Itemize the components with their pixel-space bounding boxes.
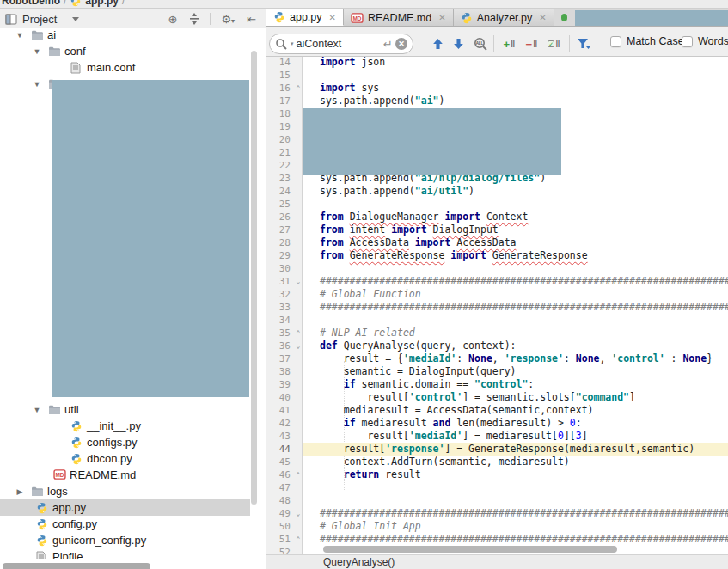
words-label: Words xyxy=(698,35,728,47)
python-icon xyxy=(36,502,49,514)
code-line-49[interactable]: 49⌄#####################################… xyxy=(266,507,728,520)
tree-item-main-conf[interactable]: main.conf xyxy=(0,59,250,76)
code-line-44[interactable]: 44 result['response'] = GenerateResponse… xyxy=(266,443,728,456)
hide-panel-icon[interactable]: ⇤ xyxy=(242,14,260,25)
code-line-31[interactable]: 31⌄#####################################… xyxy=(266,275,728,288)
fold-marker-icon[interactable]: ⌄ xyxy=(294,507,303,520)
close-tab-icon[interactable]: ✕ xyxy=(438,13,445,22)
code-line-36[interactable]: 36⌄def QueryAnalyse(query, context): xyxy=(266,340,728,352)
code-line-47[interactable]: 47 xyxy=(266,481,728,494)
add-selection-icon[interactable]: +Ⅱ xyxy=(499,34,521,54)
match-case-checkbox[interactable] xyxy=(610,36,621,47)
fold-marker-icon[interactable]: ⌄ xyxy=(294,275,303,288)
code-line-28[interactable]: 28from AccessData import AccessData xyxy=(266,236,728,249)
code-line-24[interactable]: 24sys.path.append("ai/util") xyxy=(266,185,728,198)
search-input[interactable]: ▾ aiContext ↵ ✕ xyxy=(269,34,413,54)
code-line-29[interactable]: 29from GenerateResponse import GenerateR… xyxy=(266,249,728,262)
settings-gear-icon[interactable]: ⚙▾ xyxy=(217,14,239,25)
code-line-35[interactable]: 35⌃# NLP AI related xyxy=(266,327,728,340)
expand-arrow-icon[interactable]: ▼ xyxy=(33,47,41,56)
words-checkbox[interactable] xyxy=(682,36,693,47)
tree-item-util[interactable]: ▼util xyxy=(0,401,250,418)
tree-item-conf[interactable]: ▼conf xyxy=(0,43,250,59)
previous-occurrence-icon[interactable] xyxy=(428,34,447,54)
expand-arrow-icon[interactable]: ▼ xyxy=(33,80,41,89)
collapse-arrow-icon[interactable]: ▶ xyxy=(15,487,24,496)
next-occurrence-icon[interactable] xyxy=(449,34,468,54)
code-line-30[interactable]: 30 xyxy=(266,262,728,275)
project-panel-title[interactable]: Project xyxy=(22,13,57,26)
code-line-45[interactable]: 45 context.AddTurn(semantic, mediaresult… xyxy=(266,456,728,468)
locate-file-icon[interactable]: ⊕ xyxy=(164,14,182,25)
project-tree-vertical-scrollbar[interactable] xyxy=(251,51,257,505)
code-line-14[interactable]: 14import json xyxy=(266,57,728,69)
code-line-34[interactable]: 34 xyxy=(266,314,728,327)
code-line-46[interactable]: 46⌃ return result xyxy=(266,468,728,481)
code-line-51[interactable]: 51⌃#####################################… xyxy=(266,533,728,546)
code-line-38[interactable]: 38 semantic = DialogInput(query) xyxy=(266,365,728,378)
tree-item-readme-md[interactable]: MDREADME.md xyxy=(0,467,250,483)
tab-readme-md[interactable]: MDREADME.md✕ xyxy=(344,9,454,26)
line-number: 32 xyxy=(266,288,291,301)
code-line-43[interactable]: 43 result['mediaId'] = mediaresult[0][3] xyxy=(266,430,728,443)
code-line-50[interactable]: 50# Global Init App xyxy=(266,520,728,533)
tree-item-config-py[interactable]: config.py xyxy=(0,516,250,532)
editor-horizontal-scrollbar[interactable] xyxy=(323,546,617,553)
breadcrumb-project[interactable]: RobotDemo xyxy=(2,0,60,7)
search-history-chevron-icon[interactable]: ▾ xyxy=(291,40,294,47)
close-tab-icon[interactable]: ✕ xyxy=(539,13,546,22)
match-case-option[interactable]: Match Case xyxy=(610,35,684,47)
code-line-27[interactable]: 27from intent import DialogInput xyxy=(266,223,728,236)
code-line-40[interactable]: 40 result['control'] = semantic.slots["c… xyxy=(266,391,728,404)
collapse-all-icon[interactable] xyxy=(185,13,204,25)
code-line-16[interactable]: 16⌃import sys xyxy=(266,82,728,95)
code-text: result = {'mediaId': None, 'response': N… xyxy=(320,352,713,365)
project-tree-horizontal-scrollbar[interactable] xyxy=(3,563,150,569)
tree-item-ai[interactable]: ▼ai xyxy=(0,27,250,43)
filter-icon[interactable] xyxy=(574,34,593,54)
select-all-occurrences-icon[interactable]: ✓Ⅱ xyxy=(543,34,566,54)
remove-selection-icon[interactable]: −Ⅱ xyxy=(521,34,543,54)
code-line-42[interactable]: 42 if mediaresult and len(mediaresult) >… xyxy=(266,417,728,430)
code-line-37[interactable]: 37 result = {'mediaId': None, 'response'… xyxy=(266,352,728,365)
fold-marker-icon[interactable]: ⌃ xyxy=(294,82,303,95)
tab-analyzer-py[interactable]: Analyzer.py✕ xyxy=(454,9,554,26)
tree-item-dbcon-py[interactable]: dbcon.py xyxy=(0,450,250,467)
newline-icon[interactable]: ↵ xyxy=(383,38,393,51)
tree-item-app-py[interactable]: app.py xyxy=(0,499,250,516)
code-text: return result xyxy=(320,468,421,481)
code-line-25[interactable]: 25 xyxy=(266,198,728,211)
close-tab-icon[interactable]: ✕ xyxy=(329,13,336,22)
tree-item-logs[interactable]: ▶logs xyxy=(0,483,250,499)
chevron-down-icon[interactable] xyxy=(72,17,79,21)
code-line-32[interactable]: 32# Global Function xyxy=(266,288,728,301)
tab-app-py[interactable]: app.py✕ xyxy=(266,9,344,26)
line-number: 26 xyxy=(266,211,291,223)
code-line-41[interactable]: 41 mediaresult = AccessData(semantic,con… xyxy=(266,404,728,417)
fold-marker-icon[interactable]: ⌃ xyxy=(294,468,303,481)
search-query-text[interactable]: aiContext xyxy=(297,38,382,50)
code-line-33[interactable]: 33######################################… xyxy=(266,301,728,314)
fold-marker-icon[interactable]: ⌄ xyxy=(294,340,303,352)
search-icon[interactable] xyxy=(275,38,288,51)
tree-item-pipfile[interactable]: Pipfile xyxy=(0,548,250,559)
fold-marker-icon[interactable]: ⌃ xyxy=(294,533,303,546)
words-option[interactable]: Words xyxy=(682,35,728,47)
tree-item-configs-py[interactable]: configs.py xyxy=(0,434,250,450)
code-line-17[interactable]: 17sys.path.append("ai") xyxy=(266,95,728,107)
code-line-39[interactable]: 39 if semantic.domain == "control": xyxy=(266,378,728,391)
expand-arrow-icon[interactable]: ▼ xyxy=(33,406,41,414)
fold-marker-icon[interactable]: ⌃ xyxy=(294,327,303,340)
tab-redacted[interactable]: ✕ xyxy=(554,9,728,26)
function-breadcrumb[interactable]: QueryAnalyse() xyxy=(323,556,395,568)
clear-search-icon[interactable]: ✕ xyxy=(395,38,407,50)
expand-arrow-icon[interactable]: ▼ xyxy=(15,31,24,40)
breadcrumb-file[interactable]: app.py xyxy=(85,0,119,7)
tree-item-gunicorn-config-py[interactable]: gunicorn_config.py xyxy=(0,532,250,548)
code-line-26[interactable]: 26from DialogueManager import Context xyxy=(266,211,728,223)
tree-item--init-py[interactable]: __init__.py xyxy=(0,418,250,434)
code-line-48[interactable]: 48 xyxy=(266,494,728,507)
line-number: 31 xyxy=(266,275,291,288)
code-line-15[interactable]: 15 xyxy=(266,69,728,82)
find-all-icon[interactable]: ALL xyxy=(471,34,490,54)
